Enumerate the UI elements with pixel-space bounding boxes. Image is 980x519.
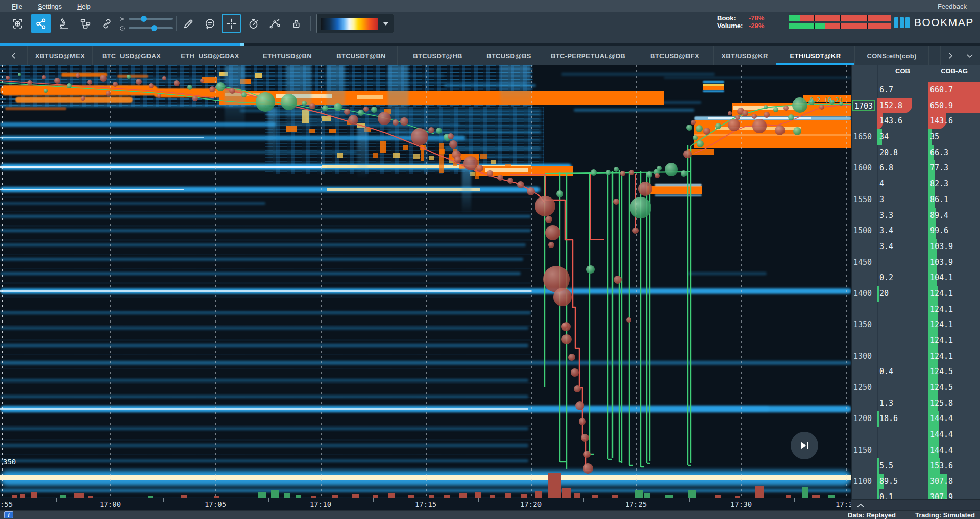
tab-btc-perpetual-db[interactable]: BTC-PERPETUAL@DB: [540, 46, 636, 65]
sell-bubble: [400, 117, 408, 126]
ladder-row[interactable]: 1.3125.8: [852, 396, 980, 411]
price-cell: 1500: [852, 223, 877, 239]
tab-ethtusd-bn[interactable]: ETHTUSD@BN: [250, 46, 325, 65]
tabs-scroll-right-button[interactable]: [941, 46, 960, 65]
cob-value: 20.8: [877, 148, 898, 157]
menu-feedback[interactable]: Feedback: [938, 3, 967, 10]
cob-ag-cell: 82.3: [928, 176, 980, 192]
ladder-row[interactable]: 482.3: [852, 176, 980, 192]
volume-bar: [574, 493, 580, 498]
ladder-row[interactable]: 124.1: [852, 302, 980, 317]
menu-file[interactable]: File: [12, 3, 22, 10]
share-button[interactable]: [31, 14, 51, 33]
cob-value: 3.3: [877, 211, 893, 220]
crosshair-button[interactable]: [222, 14, 241, 33]
menu-bar: File Settings Help Feedback: [0, 0, 980, 12]
link-button[interactable]: [97, 14, 116, 33]
tab-btc-usd-gdax[interactable]: BTC_USD@GDAX: [93, 46, 170, 65]
tab-btcusd-bfx[interactable]: BTCUSD@BFX: [636, 46, 714, 65]
ladder-row[interactable]: 143.6143.6: [852, 113, 980, 129]
ladder-row[interactable]: 3.4103.9: [852, 239, 980, 255]
ladder-row[interactable]: 16503435: [852, 129, 980, 145]
ladder-row[interactable]: 110089.5307.8: [852, 474, 980, 489]
time-axis[interactable]: 16:5517:0017:0517:1017:1517:2017:2517:30…: [0, 498, 851, 510]
bar-divider: [867, 23, 868, 29]
heatmap-chart[interactable]: 350 0.2 (0.2): [0, 0, 851, 498]
ladder-row[interactable]: 1550386.1: [852, 192, 980, 208]
time-slider[interactable]: [129, 27, 173, 29]
colormap-select[interactable]: [316, 14, 394, 33]
price-cell: [852, 458, 877, 474]
cob-ag-value: 143.6: [928, 116, 953, 126]
ladder-row[interactable]: 124.1: [852, 333, 980, 349]
ladder-row[interactable]: 6.7660.7: [852, 82, 980, 98]
sell-bubble: [449, 140, 457, 149]
tab-eth-usdt-kr[interactable]: ETH/USDT@KR: [776, 46, 855, 65]
ladder-row[interactable]: 144.4: [852, 427, 980, 442]
sell-bubble: [535, 196, 555, 216]
ladder-row[interactable]: 1150144.4: [852, 442, 980, 458]
cob-ag-cell: 103.9: [928, 255, 980, 270]
route-button[interactable]: [265, 14, 284, 33]
cob-ag-value: 103.9: [928, 258, 953, 267]
ladder-row[interactable]: 3.389.4: [852, 208, 980, 224]
ladder-row[interactable]: 0.4124.5: [852, 364, 980, 380]
tab-btcusdt-hb[interactable]: BTCUSDT@HB: [398, 46, 478, 65]
tab-xbt-usd-kr[interactable]: XBT/USD@KR: [714, 46, 776, 65]
ladder-row[interactable]: 140020124.1: [852, 286, 980, 302]
pencil-button[interactable]: [179, 14, 198, 33]
ladder-row[interactable]: 0.2104.1: [852, 270, 980, 286]
price-label: 1300: [852, 352, 872, 361]
cob-ag-cell: 66.3: [928, 145, 980, 161]
menu-settings[interactable]: Settings: [38, 3, 62, 10]
ladder-row[interactable]: 1250124.5: [852, 380, 980, 396]
cob-ag-cell: 124.1: [928, 333, 980, 349]
tabs-scroll-left-button[interactable]: [0, 46, 28, 65]
cob-ag-value: 124.1: [928, 320, 953, 329]
tab-btcusdt-bn[interactable]: BTCUSDT@BN: [325, 46, 398, 65]
price-label: 1600: [852, 163, 872, 172]
info-icon[interactable]: i: [4, 511, 13, 518]
bar-divider: [840, 15, 841, 21]
brightness-slider[interactable]: [129, 18, 173, 20]
buy-bubble: [715, 123, 721, 129]
ladder-row[interactable]: 1350124.1: [852, 317, 980, 333]
tab-cons-eth-cob-[interactable]: CONS:eth(cob): [855, 46, 929, 65]
sell-bubble: [428, 127, 434, 133]
buy-bubble: [18, 73, 21, 76]
price-cell: [852, 364, 877, 380]
chat-button[interactable]: [200, 14, 219, 33]
tab-xbtusd-mex[interactable]: XBTUSD@MEX: [28, 46, 93, 65]
route-icon: [268, 17, 281, 30]
price-label: 1100: [852, 477, 872, 486]
ladder-row[interactable]: 0.1307.9: [852, 489, 980, 499]
ladder-row[interactable]: 20.866.3: [852, 145, 980, 161]
buy-bubble: [686, 125, 692, 131]
cob-cell: 0.4: [877, 364, 928, 380]
lock-button[interactable]: [286, 14, 306, 33]
buy-bubble: [681, 170, 687, 177]
tab-eth-usd-gdax[interactable]: ETH_USD@GDAX: [170, 46, 250, 65]
cob-ag-value: 153.6: [928, 461, 953, 471]
tabs-list-dropdown-button[interactable]: [960, 46, 979, 65]
ladder-row[interactable]: 1703152.8650.9: [852, 98, 980, 114]
brightness-slider-knob[interactable]: [141, 16, 147, 22]
time-slider-knob[interactable]: [151, 25, 157, 31]
ladder-row[interactable]: 5.5153.6: [852, 458, 980, 474]
ladder-row[interactable]: 16006.877.3: [852, 160, 980, 176]
tab-btcusd-bs[interactable]: BTCUSD@BS: [478, 46, 540, 65]
menu-help[interactable]: Help: [77, 3, 91, 10]
ladder-row[interactable]: 15003.499.6: [852, 223, 980, 239]
cob-ag-cell: 124.5: [928, 380, 980, 396]
ladder-row[interactable]: 1300124.1: [852, 349, 980, 364]
microscope-button[interactable]: [54, 14, 74, 33]
cob-cell: 6.7: [877, 82, 928, 98]
chevron-up-icon[interactable]: [856, 502, 865, 508]
ladder-row[interactable]: 120018.6144.4: [852, 411, 980, 427]
layers-button[interactable]: [76, 14, 95, 33]
stopwatch-button[interactable]: [243, 14, 263, 33]
replay-step-forward-button[interactable]: [791, 432, 818, 459]
ladder-row[interactable]: 1450103.9: [852, 255, 980, 270]
sell-bubble: [157, 94, 161, 98]
screenshot-button[interactable]: [8, 14, 27, 33]
